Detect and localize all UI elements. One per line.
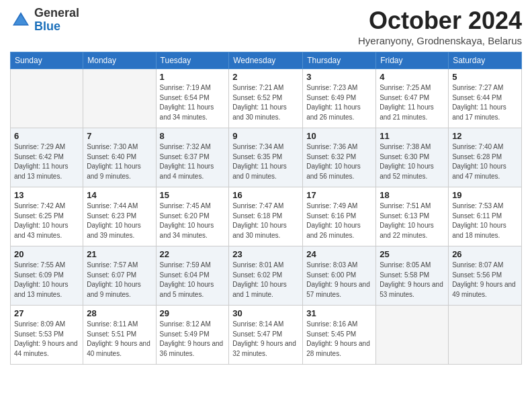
day-detail: Sunrise: 7:38 AM Sunset: 6:30 PM Dayligh…	[380, 142, 445, 181]
logo: General Blue	[10, 7, 79, 34]
day-number: 6	[14, 131, 79, 141]
calendar-cell: 22Sunrise: 7:59 AM Sunset: 6:04 PM Dayli…	[156, 246, 229, 306]
calendar-cell: 29Sunrise: 8:12 AM Sunset: 5:49 PM Dayli…	[156, 306, 229, 365]
calendar-cell: 24Sunrise: 8:03 AM Sunset: 6:00 PM Dayli…	[303, 246, 376, 306]
day-detail: Sunrise: 7:36 AM Sunset: 6:32 PM Dayligh…	[306, 142, 372, 181]
day-number: 14	[87, 190, 152, 200]
day-header-sunday: Sunday	[11, 52, 83, 69]
calendar-cell: 27Sunrise: 8:09 AM Sunset: 5:53 PM Dayli…	[11, 306, 83, 365]
location: Hyeranyony, Grodnenskaya, Belarus	[358, 35, 522, 46]
day-number: 24	[306, 249, 372, 259]
calendar-cell: 25Sunrise: 8:05 AM Sunset: 5:58 PM Dayli…	[376, 246, 449, 306]
calendar-cell: 26Sunrise: 8:07 AM Sunset: 5:56 PM Dayli…	[449, 246, 522, 306]
day-detail: Sunrise: 7:44 AM Sunset: 6:23 PM Dayligh…	[87, 201, 152, 240]
week-row-4: 20Sunrise: 7:55 AM Sunset: 6:09 PM Dayli…	[11, 246, 522, 306]
day-detail: Sunrise: 7:21 AM Sunset: 6:52 PM Dayligh…	[232, 83, 299, 122]
day-number: 18	[380, 190, 445, 200]
day-number: 28	[87, 308, 152, 318]
day-number: 8	[160, 131, 226, 141]
day-number: 31	[306, 308, 372, 318]
day-number: 19	[452, 190, 518, 200]
calendar-cell: 28Sunrise: 8:11 AM Sunset: 5:51 PM Dayli…	[83, 306, 156, 365]
day-number: 20	[14, 249, 79, 259]
calendar-table: SundayMondayTuesdayWednesdayThursdayFrid…	[10, 52, 522, 365]
calendar-cell	[449, 306, 522, 365]
day-number: 26	[452, 249, 518, 259]
page-header: General Blue October 2024 Hyeranyony, Gr…	[10, 7, 522, 46]
calendar-cell: 19Sunrise: 7:53 AM Sunset: 6:11 PM Dayli…	[449, 187, 522, 246]
day-number: 17	[306, 190, 372, 200]
day-detail: Sunrise: 8:01 AM Sunset: 6:02 PM Dayligh…	[232, 261, 299, 300]
day-detail: Sunrise: 7:30 AM Sunset: 6:40 PM Dayligh…	[87, 142, 152, 181]
calendar-cell: 6Sunrise: 7:29 AM Sunset: 6:42 PM Daylig…	[11, 128, 83, 187]
calendar-cell	[83, 69, 156, 128]
calendar-cell: 13Sunrise: 7:42 AM Sunset: 6:25 PM Dayli…	[11, 187, 83, 246]
day-header-friday: Friday	[376, 52, 449, 69]
day-number: 22	[160, 249, 226, 259]
day-number: 1	[160, 72, 226, 82]
day-detail: Sunrise: 7:29 AM Sunset: 6:42 PM Dayligh…	[14, 142, 79, 181]
week-row-1: 1Sunrise: 7:19 AM Sunset: 6:54 PM Daylig…	[11, 69, 522, 128]
day-detail: Sunrise: 7:47 AM Sunset: 6:18 PM Dayligh…	[232, 201, 299, 240]
day-number: 29	[160, 308, 226, 318]
calendar-cell: 10Sunrise: 7:36 AM Sunset: 6:32 PM Dayli…	[303, 128, 376, 187]
week-row-5: 27Sunrise: 8:09 AM Sunset: 5:53 PM Dayli…	[11, 306, 522, 365]
day-detail: Sunrise: 7:25 AM Sunset: 6:47 PM Dayligh…	[380, 83, 445, 122]
day-number: 21	[87, 249, 152, 259]
day-detail: Sunrise: 7:23 AM Sunset: 6:49 PM Dayligh…	[306, 83, 372, 122]
calendar-cell: 11Sunrise: 7:38 AM Sunset: 6:30 PM Dayli…	[376, 128, 449, 187]
day-header-tuesday: Tuesday	[156, 52, 229, 69]
calendar-cell: 1Sunrise: 7:19 AM Sunset: 6:54 PM Daylig…	[156, 69, 229, 128]
day-number: 27	[14, 308, 79, 318]
day-number: 7	[87, 131, 152, 141]
day-detail: Sunrise: 7:49 AM Sunset: 6:16 PM Dayligh…	[306, 201, 372, 240]
logo-icon	[10, 9, 32, 31]
day-detail: Sunrise: 7:27 AM Sunset: 6:44 PM Dayligh…	[452, 83, 518, 122]
day-detail: Sunrise: 7:51 AM Sunset: 6:13 PM Dayligh…	[380, 201, 445, 240]
day-detail: Sunrise: 8:03 AM Sunset: 6:00 PM Dayligh…	[306, 261, 372, 300]
day-detail: Sunrise: 8:14 AM Sunset: 5:47 PM Dayligh…	[232, 320, 299, 359]
day-number: 9	[232, 131, 299, 141]
day-detail: Sunrise: 8:07 AM Sunset: 5:56 PM Dayligh…	[452, 261, 518, 300]
day-number: 3	[306, 72, 372, 82]
day-number: 4	[380, 72, 445, 82]
day-header-thursday: Thursday	[303, 52, 376, 69]
day-detail: Sunrise: 7:34 AM Sunset: 6:35 PM Dayligh…	[232, 142, 299, 181]
day-number: 2	[232, 72, 299, 82]
calendar-cell: 21Sunrise: 7:57 AM Sunset: 6:07 PM Dayli…	[83, 246, 156, 306]
calendar-cell: 30Sunrise: 8:14 AM Sunset: 5:47 PM Dayli…	[229, 306, 303, 365]
day-number: 10	[306, 131, 372, 141]
day-detail: Sunrise: 7:32 AM Sunset: 6:37 PM Dayligh…	[160, 142, 226, 181]
title-block: October 2024 Hyeranyony, Grodnenskaya, B…	[358, 7, 522, 46]
day-detail: Sunrise: 7:57 AM Sunset: 6:07 PM Dayligh…	[87, 261, 152, 300]
calendar-cell: 20Sunrise: 7:55 AM Sunset: 6:09 PM Dayli…	[11, 246, 83, 306]
day-number: 25	[380, 249, 445, 259]
calendar-cell: 4Sunrise: 7:25 AM Sunset: 6:47 PM Daylig…	[376, 69, 449, 128]
day-number: 13	[14, 190, 79, 200]
day-detail: Sunrise: 8:12 AM Sunset: 5:49 PM Dayligh…	[160, 320, 226, 359]
day-number: 11	[380, 131, 445, 141]
days-of-week-row: SundayMondayTuesdayWednesdayThursdayFrid…	[11, 52, 522, 69]
calendar-cell: 5Sunrise: 7:27 AM Sunset: 6:44 PM Daylig…	[449, 69, 522, 128]
calendar-cell	[376, 306, 449, 365]
day-detail: Sunrise: 7:45 AM Sunset: 6:20 PM Dayligh…	[160, 201, 226, 240]
calendar-cell: 31Sunrise: 8:16 AM Sunset: 5:45 PM Dayli…	[303, 306, 376, 365]
logo-line1: General	[34, 7, 79, 20]
calendar-cell: 16Sunrise: 7:47 AM Sunset: 6:18 PM Dayli…	[229, 187, 303, 246]
calendar-cell: 8Sunrise: 7:32 AM Sunset: 6:37 PM Daylig…	[156, 128, 229, 187]
calendar-cell	[11, 69, 83, 128]
day-detail: Sunrise: 7:59 AM Sunset: 6:04 PM Dayligh…	[160, 261, 226, 300]
day-detail: Sunrise: 7:53 AM Sunset: 6:11 PM Dayligh…	[452, 201, 518, 240]
day-detail: Sunrise: 7:42 AM Sunset: 6:25 PM Dayligh…	[14, 201, 79, 240]
day-detail: Sunrise: 8:09 AM Sunset: 5:53 PM Dayligh…	[14, 320, 79, 359]
week-row-3: 13Sunrise: 7:42 AM Sunset: 6:25 PM Dayli…	[11, 187, 522, 246]
calendar-header: SundayMondayTuesdayWednesdayThursdayFrid…	[11, 52, 522, 69]
day-header-wednesday: Wednesday	[229, 52, 303, 69]
calendar-cell: 7Sunrise: 7:30 AM Sunset: 6:40 PM Daylig…	[83, 128, 156, 187]
calendar-cell: 14Sunrise: 7:44 AM Sunset: 6:23 PM Dayli…	[83, 187, 156, 246]
calendar-cell: 12Sunrise: 7:40 AM Sunset: 6:28 PM Dayli…	[449, 128, 522, 187]
calendar-cell: 17Sunrise: 7:49 AM Sunset: 6:16 PM Dayli…	[303, 187, 376, 246]
day-header-monday: Monday	[83, 52, 156, 69]
day-detail: Sunrise: 8:11 AM Sunset: 5:51 PM Dayligh…	[87, 320, 152, 359]
day-detail: Sunrise: 8:05 AM Sunset: 5:58 PM Dayligh…	[380, 261, 445, 300]
